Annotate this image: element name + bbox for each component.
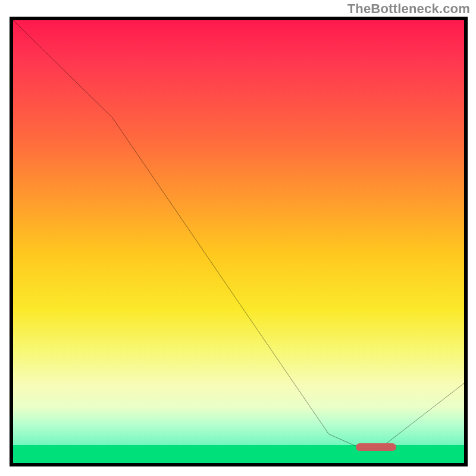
line-curve: [13, 20, 464, 463]
plot-inner: [13, 20, 464, 463]
chart-frame: TheBottleneck.com: [0, 0, 476, 476]
plot-area: [10, 17, 468, 466]
watermark-label: TheBottleneck.com: [347, 1, 470, 17]
optimal-marker: [356, 443, 396, 451]
